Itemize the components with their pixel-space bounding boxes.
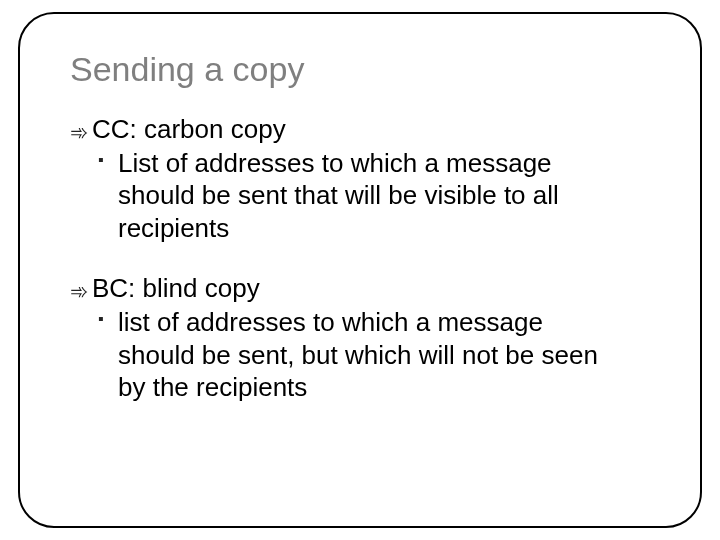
curly-bullet-icon: ➾ [70, 281, 92, 303]
bullet-item: ➾ BC: blind copy ▪ list of addresses to … [70, 272, 650, 403]
sub-bullet-text: list of addresses to which a message sho… [118, 306, 618, 404]
sub-bullet-text: List of addresses to which a message sho… [118, 147, 618, 245]
bullet-item: ➾ CC: carbon copy ▪ List of addresses to… [70, 113, 650, 244]
bullet-head-row: ➾ CC: carbon copy [70, 113, 650, 147]
slide-title: Sending a copy [70, 50, 650, 89]
curly-bullet-icon: ➾ [70, 122, 92, 144]
sub-bullet-row: ▪ List of addresses to which a message s… [98, 147, 650, 245]
square-bullet-icon: ▪ [98, 147, 118, 245]
bullet-head-text: BC: blind copy [92, 272, 260, 306]
slide: Sending a copy ➾ CC: carbon copy ▪ List … [0, 0, 720, 540]
slide-frame: Sending a copy ➾ CC: carbon copy ▪ List … [18, 12, 702, 528]
bullet-head-text: CC: carbon copy [92, 113, 286, 147]
bullet-head-row: ➾ BC: blind copy [70, 272, 650, 306]
square-bullet-icon: ▪ [98, 306, 118, 404]
sub-bullet-row: ▪ list of addresses to which a message s… [98, 306, 650, 404]
